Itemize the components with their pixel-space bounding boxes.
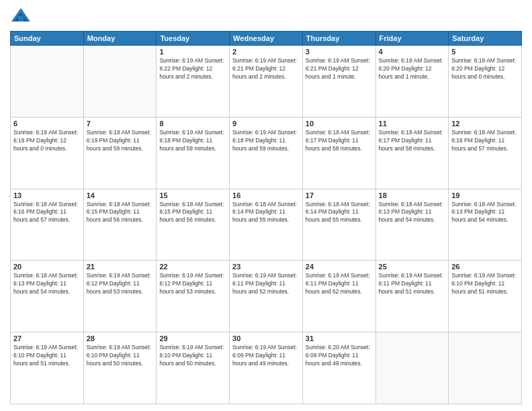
day-info: Sunrise: 6:18 AM Sunset: 6:13 PM Dayligh… — [451, 201, 519, 225]
calendar-cell-2-0: 13Sunrise: 6:18 AM Sunset: 6:16 PM Dayli… — [11, 189, 84, 261]
day-info: Sunrise: 6:20 AM Sunset: 6:09 PM Dayligh… — [306, 344, 373, 368]
day-info: Sunrise: 6:19 AM Sunset: 6:22 PM Dayligh… — [159, 57, 226, 81]
calendar-cell-0-4: 3Sunrise: 6:19 AM Sunset: 6:21 PM Daylig… — [302, 46, 375, 118]
day-number: 16 — [232, 191, 300, 199]
logo-icon — [10, 7, 32, 26]
calendar-cell-1-1: 7Sunrise: 6:19 AM Sunset: 6:19 PM Daylig… — [83, 117, 157, 189]
svg-rect-2 — [18, 16, 24, 21]
day-info: Sunrise: 6:18 AM Sunset: 6:17 PM Dayligh… — [379, 129, 446, 153]
calendar-cell-4-4: 31Sunrise: 6:20 AM Sunset: 6:09 PM Dayli… — [302, 332, 375, 404]
day-info: Sunrise: 6:18 AM Sunset: 6:15 PM Dayligh… — [159, 201, 226, 225]
calendar-week-0: 1Sunrise: 6:19 AM Sunset: 6:22 PM Daylig… — [11, 46, 522, 118]
calendar-cell-3-5: 25Sunrise: 6:19 AM Sunset: 6:11 PM Dayli… — [375, 261, 449, 332]
calendar-cell-4-5 — [375, 332, 449, 404]
calendar-header-row: SundayMondayTuesdayWednesdayThursdayFrid… — [11, 32, 522, 46]
day-info: Sunrise: 6:19 AM Sunset: 6:10 PM Dayligh… — [13, 344, 81, 368]
day-info: Sunrise: 6:18 AM Sunset: 6:15 PM Dayligh… — [87, 201, 154, 225]
day-info: Sunrise: 6:19 AM Sunset: 6:20 PM Dayligh… — [379, 57, 446, 81]
day-info: Sunrise: 6:19 AM Sunset: 6:10 PM Dayligh… — [87, 344, 154, 368]
day-info: Sunrise: 6:18 AM Sunset: 6:14 PM Dayligh… — [232, 201, 300, 225]
calendar-cell-0-3: 2Sunrise: 6:19 AM Sunset: 6:21 PM Daylig… — [230, 46, 303, 118]
day-number: 13 — [13, 191, 81, 199]
day-number: 30 — [232, 334, 300, 342]
calendar-cell-4-1: 28Sunrise: 6:19 AM Sunset: 6:10 PM Dayli… — [83, 332, 157, 404]
calendar-cell-4-2: 29Sunrise: 6:19 AM Sunset: 6:10 PM Dayli… — [157, 332, 230, 404]
day-number: 5 — [451, 48, 519, 56]
day-info: Sunrise: 6:19 AM Sunset: 6:19 PM Dayligh… — [13, 129, 81, 153]
calendar-cell-2-3: 16Sunrise: 6:18 AM Sunset: 6:14 PM Dayli… — [230, 189, 303, 261]
day-number: 21 — [87, 263, 154, 271]
day-info: Sunrise: 6:19 AM Sunset: 6:21 PM Dayligh… — [232, 57, 300, 81]
day-info: Sunrise: 6:19 AM Sunset: 6:10 PM Dayligh… — [451, 272, 519, 296]
calendar-cell-2-2: 15Sunrise: 6:18 AM Sunset: 6:15 PM Dayli… — [157, 189, 230, 261]
calendar-cell-4-0: 27Sunrise: 6:19 AM Sunset: 6:10 PM Dayli… — [11, 332, 84, 404]
calendar-header-friday: Friday — [375, 32, 449, 46]
day-info: Sunrise: 6:19 AM Sunset: 6:11 PM Dayligh… — [379, 272, 446, 296]
calendar-week-3: 20Sunrise: 6:18 AM Sunset: 6:13 PM Dayli… — [11, 261, 522, 332]
day-info: Sunrise: 6:18 AM Sunset: 6:13 PM Dayligh… — [379, 201, 446, 225]
day-info: Sunrise: 6:19 AM Sunset: 6:18 PM Dayligh… — [159, 129, 226, 153]
calendar-cell-3-4: 24Sunrise: 6:19 AM Sunset: 6:11 PM Dayli… — [302, 261, 375, 332]
calendar-cell-3-1: 21Sunrise: 6:19 AM Sunset: 6:12 PM Dayli… — [83, 261, 157, 332]
day-number: 22 — [159, 263, 226, 271]
day-info: Sunrise: 6:18 AM Sunset: 6:16 PM Dayligh… — [451, 129, 519, 153]
calendar-cell-1-0: 6Sunrise: 6:19 AM Sunset: 6:19 PM Daylig… — [11, 117, 84, 189]
day-number: 19 — [451, 191, 519, 199]
day-info: Sunrise: 6:19 AM Sunset: 6:20 PM Dayligh… — [451, 57, 519, 81]
calendar-cell-1-3: 9Sunrise: 6:19 AM Sunset: 6:18 PM Daylig… — [230, 117, 303, 189]
calendar-cell-1-5: 11Sunrise: 6:18 AM Sunset: 6:17 PM Dayli… — [375, 117, 449, 189]
day-info: Sunrise: 6:19 AM Sunset: 6:12 PM Dayligh… — [159, 272, 226, 296]
calendar-cell-3-6: 26Sunrise: 6:19 AM Sunset: 6:10 PM Dayli… — [449, 261, 522, 332]
day-number: 26 — [451, 263, 519, 271]
day-number: 10 — [306, 120, 373, 128]
calendar-week-2: 13Sunrise: 6:18 AM Sunset: 6:16 PM Dayli… — [11, 189, 522, 261]
day-number: 24 — [306, 263, 373, 271]
calendar-header-monday: Monday — [83, 32, 157, 46]
day-info: Sunrise: 6:18 AM Sunset: 6:16 PM Dayligh… — [13, 201, 81, 225]
header — [10, 7, 522, 26]
calendar-table: SundayMondayTuesdayWednesdayThursdayFrid… — [10, 31, 522, 404]
calendar-header-wednesday: Wednesday — [230, 32, 303, 46]
day-number: 3 — [306, 48, 373, 56]
day-number: 4 — [379, 48, 446, 56]
day-number: 17 — [306, 191, 373, 199]
calendar-week-1: 6Sunrise: 6:19 AM Sunset: 6:19 PM Daylig… — [11, 117, 522, 189]
day-info: Sunrise: 6:19 AM Sunset: 6:12 PM Dayligh… — [87, 272, 154, 296]
calendar-header-saturday: Saturday — [449, 32, 522, 46]
day-number: 12 — [451, 120, 519, 128]
day-number: 18 — [379, 191, 446, 199]
day-number: 7 — [87, 120, 154, 128]
day-number: 28 — [87, 334, 154, 342]
day-info: Sunrise: 6:19 AM Sunset: 6:11 PM Dayligh… — [306, 272, 373, 296]
day-number: 8 — [159, 120, 226, 128]
calendar-cell-0-5: 4Sunrise: 6:19 AM Sunset: 6:20 PM Daylig… — [375, 46, 449, 118]
calendar-cell-4-6 — [449, 332, 522, 404]
day-number: 20 — [13, 263, 81, 271]
calendar-cell-0-1 — [83, 46, 157, 118]
day-number: 31 — [306, 334, 373, 342]
calendar-cell-1-4: 10Sunrise: 6:18 AM Sunset: 6:17 PM Dayli… — [302, 117, 375, 189]
logo — [10, 7, 34, 26]
day-number: 23 — [232, 263, 300, 271]
calendar-cell-1-6: 12Sunrise: 6:18 AM Sunset: 6:16 PM Dayli… — [449, 117, 522, 189]
day-number: 9 — [232, 120, 300, 128]
day-number: 6 — [13, 120, 81, 128]
calendar-cell-0-6: 5Sunrise: 6:19 AM Sunset: 6:20 PM Daylig… — [449, 46, 522, 118]
day-info: Sunrise: 6:18 AM Sunset: 6:14 PM Dayligh… — [306, 201, 373, 225]
day-info: Sunrise: 6:19 AM Sunset: 6:19 PM Dayligh… — [87, 129, 154, 153]
day-number: 14 — [87, 191, 154, 199]
day-number: 25 — [379, 263, 446, 271]
day-number: 1 — [159, 48, 226, 56]
calendar-cell-3-3: 23Sunrise: 6:19 AM Sunset: 6:11 PM Dayli… — [230, 261, 303, 332]
calendar-cell-1-2: 8Sunrise: 6:19 AM Sunset: 6:18 PM Daylig… — [157, 117, 230, 189]
calendar-cell-2-5: 18Sunrise: 6:18 AM Sunset: 6:13 PM Dayli… — [375, 189, 449, 261]
calendar-cell-2-4: 17Sunrise: 6:18 AM Sunset: 6:14 PM Dayli… — [302, 189, 375, 261]
calendar-cell-0-0 — [11, 46, 84, 118]
day-info: Sunrise: 6:18 AM Sunset: 6:13 PM Dayligh… — [13, 272, 81, 296]
day-number: 15 — [159, 191, 226, 199]
day-info: Sunrise: 6:19 AM Sunset: 6:10 PM Dayligh… — [159, 344, 226, 368]
day-info: Sunrise: 6:19 AM Sunset: 6:18 PM Dayligh… — [232, 129, 300, 153]
calendar-cell-2-6: 19Sunrise: 6:18 AM Sunset: 6:13 PM Dayli… — [449, 189, 522, 261]
calendar-cell-3-0: 20Sunrise: 6:18 AM Sunset: 6:13 PM Dayli… — [11, 261, 84, 332]
day-info: Sunrise: 6:19 AM Sunset: 6:11 PM Dayligh… — [232, 272, 300, 296]
